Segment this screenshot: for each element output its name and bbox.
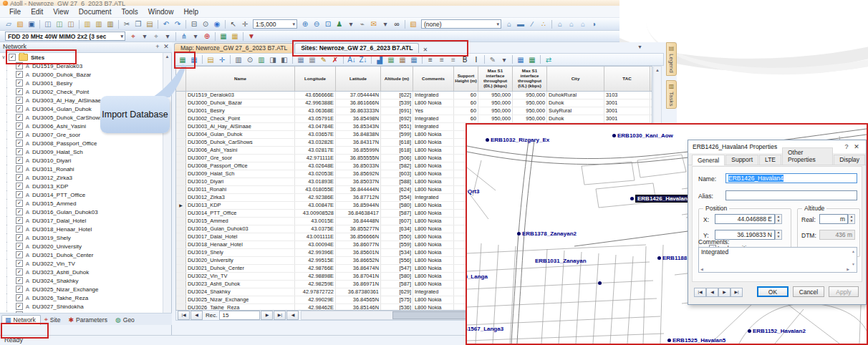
map-site-ERB1030_Kani_Aow[interactable]: ERB1030_Kani_Aow [612,132,673,139]
tree-item-DU3009_Halat_Sch[interactable]: ✓ADU3009_Halat_Sch [0,147,163,156]
scroll-up-icon[interactable]: ▲ [852,249,855,253]
map-site-ERB1378_Zanayan2[interactable]: ERB1378_Zanayan2 [517,230,577,237]
pointer-icon[interactable]: ↖ [228,19,238,29]
statistics-icon[interactable]: ▥ [256,55,266,64]
align-center-icon[interactable]: ≡ [437,55,447,64]
tasks-tab[interactable]: ▥Tasks [666,80,677,109]
site-checkbox[interactable]: ✓ [16,191,23,198]
scroll-up-icon[interactable]: ▲ [654,67,661,74]
row-selector[interactable] [176,194,186,201]
zoom-in-icon[interactable]: ⊕ [300,19,310,29]
row-selector[interactable] [176,107,186,115]
tree-item-DU3000_Duhok_Bazar[interactable]: ✓ADU3000_Duhok_Bazar [0,70,163,79]
site-checkbox[interactable]: ✓ [16,183,23,190]
search-binoculars-icon[interactable]: ∞ [392,19,402,29]
close-icon[interactable]: ✕ [423,47,428,53]
draw-rectangle-icon[interactable]: ▬ [516,19,526,29]
map-site-ERB1188[interactable]: ERB1188 [657,255,687,261]
help-icon[interactable]: ? [842,143,852,150]
map-site-ERB1426_Havalan4[interactable]: ERB1426_Havalan4 [630,195,693,203]
paste-icon[interactable]: ▤ [145,19,155,29]
tree-item-DU3017_Dalal_Hotel[interactable]: ✓ADU3017_Dalal_Hotel [0,216,163,225]
sites-checkbox[interactable]: ✓ [9,54,16,61]
freeze-columns-icon[interactable]: ◨ [268,55,278,64]
column-header-altitude-m-[interactable]: Altitude (m) [381,67,413,91]
map-site-45_Langa[interactable]: 45_Langa [466,273,488,280]
map-site-ERB1032_Rizgary_Ex[interactable]: ERB1032_Rizgary_Ex [486,137,549,143]
dialog-tab-lte[interactable]: LTE [759,155,781,165]
tree-item-DU3012_Zirka3[interactable]: ✓ADU3012_Zirka3 [0,173,163,182]
tree-item-DU3019_Shely[interactable]: ✓ADU3019_Shely [0,233,163,242]
traffic-map-icon[interactable]: ▦ [218,31,228,41]
site-checkbox[interactable]: ✓ [16,114,23,121]
new-document-icon[interactable]: ▱ [4,19,14,29]
tree-item-DU3025_Nizar_Exchange[interactable]: ✓ADU3025_Nizar_Exchange [0,285,163,293]
redo-icon[interactable]: ↷ [173,19,183,29]
vector-layer-combo[interactable]: (none) ▾ [421,19,501,29]
legend-tab[interactable]: ▤Legend [666,42,677,76]
explorer-tab-parameters[interactable]: ✱Parameters [65,316,111,325]
unfreeze-columns-icon[interactable]: ◧ [279,55,289,64]
row-selector[interactable]: ▶ [176,202,186,209]
site-checkbox[interactable]: ✓ [16,217,23,224]
tab-list-icon[interactable]: ▼ [637,44,642,49]
table-row[interactable]: DU3001_Besiry43.06368E36.863333N[691]Yes… [176,107,652,115]
sort-ascending-icon[interactable]: A↓ [347,55,357,64]
tree-item-DU3027_Shindokha[interactable]: ✓ADU3027_Shindokha [0,302,163,311]
column-header-city[interactable]: City [547,67,604,91]
site-properties-dialog[interactable]: ERB1426_Havalan4 Properties ? ✕ GeneralS… [688,140,867,305]
menu-view[interactable]: View [48,7,74,16]
site-checkbox[interactable]: ✓ [16,97,23,104]
measurements-icon[interactable]: ▦ [230,31,240,41]
display-columns-icon[interactable]: ▥ [233,55,243,64]
style-icon[interactable]: ✎ [488,55,498,64]
scroll-up-icon[interactable]: ▲ [163,53,171,60]
row-selector[interactable] [176,288,186,296]
draw-polygon-icon[interactable]: ⌂ [504,19,514,29]
tree-item-DU3016_Gulan_Duhok03[interactable]: ✓ADU3016_Gulan_Duhok03 [0,208,163,216]
row-selector[interactable] [176,115,186,122]
menu-window[interactable]: Window [143,7,179,16]
center-on-map-icon[interactable]: ✛ [217,55,227,64]
split-polygon-icon[interactable]: ◗ [589,19,599,29]
combine-intersect-icon[interactable]: ⌂ [566,19,577,29]
column-header-comments[interactable]: Comments [413,67,454,91]
pin-icon[interactable]: + [153,43,162,50]
new-transmitter-icon[interactable]: ⌖ [128,31,138,41]
help-icon[interactable]: ◉ [212,19,222,29]
tree-item-DU3024_Shakhky[interactable]: ✓ADU3024_Shakhky [0,276,163,285]
site-checkbox[interactable]: ✓ [16,225,23,233]
fill-series-icon[interactable]: ▦ [307,55,317,64]
print-preview-icon[interactable]: ⊙ [201,19,211,29]
row-selector[interactable] [176,139,186,146]
menu-help[interactable]: Help [178,7,203,16]
row-selector[interactable] [176,218,186,225]
tree-root-sites[interactable]: ∨✓Sites [0,53,163,62]
close-icon[interactable]: ✕ [162,43,170,50]
apply-button[interactable]: Apply [829,286,859,297]
draw-points-icon[interactable]: ∴ [539,19,549,29]
tree-item-DU3018_Henaar_Hotel[interactable]: ✓ADU3018_Henaar_Hotel [0,225,163,233]
explorer-tab-network[interactable]: ▦Network [1,315,41,325]
last-record-button[interactable]: ▶| [274,311,286,320]
open-project-icon[interactable]: ▧ [15,19,25,29]
hscroll-left-icon[interactable]: ◀ [286,311,299,320]
undo-icon[interactable]: ↶ [161,19,171,29]
record-number-field[interactable]: 15 [219,311,260,320]
dialog-tab-general[interactable]: General [692,155,725,165]
name-field[interactable]: ERB1426_Havalan4 [725,173,857,183]
site-checkbox[interactable]: ✓ [16,174,23,181]
hexagon-design-icon[interactable]: ⊕ [202,31,212,41]
point-analysis-icon[interactable]: ♟ [334,19,344,29]
tree-item-DU3023_Ashti_Duhok[interactable]: ✓ADU3023_Ashti_Duhok [0,268,163,276]
database-user-icon[interactable]: ◫ [66,19,76,29]
database-save-icon[interactable]: ◫ [54,19,64,29]
previous-record-button[interactable]: ◀ [191,311,203,320]
archive-user-icon[interactable]: ▥ [105,19,115,29]
sort-descending-icon[interactable]: Z↓ [358,55,368,64]
row-selector[interactable] [176,162,186,170]
site-checkbox[interactable]: ✓ [16,140,23,147]
menu-tools[interactable]: Tools [116,7,143,16]
map-site-Qrt3[interactable]: Qrt3 [468,188,479,195]
menu-document[interactable]: Document [74,7,117,16]
